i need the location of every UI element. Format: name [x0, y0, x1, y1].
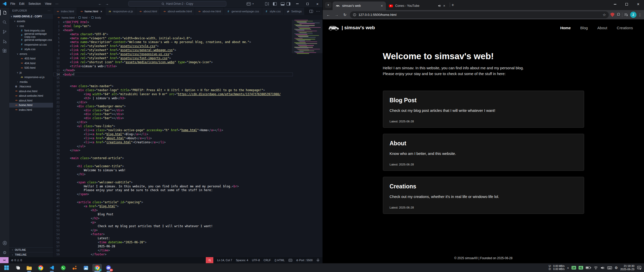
forward-icon[interactable]: → [333, 12, 340, 18]
code-line[interactable]: 7 <link rel="stylesheet" href="assets/cs… [53, 44, 293, 48]
explorer-item-general-webpage.css[interactable]: #general-webpage.css [9, 38, 53, 42]
explorer-item-responsive-ui.css[interactable]: #responsive-ui.css [9, 42, 53, 47]
tab-audio-icon[interactable] [438, 4, 441, 7]
code-line[interactable]: 21 </div> [53, 100, 293, 105]
code-line[interactable]: 49 Blog Post [53, 213, 293, 217]
explorer-item-about-me.html[interactable]: <>about-me.html [9, 89, 53, 94]
code-line[interactable]: 5 <meta name="viewport" content="width=d… [53, 37, 293, 41]
live-server-port[interactable]: ⊘ Port : 5500 [296, 259, 313, 262]
minimap-viewport[interactable] [292, 20, 323, 53]
explorer-item-.htaccess[interactable]: ⚙.htaccess [9, 84, 53, 89]
code-line[interactable]: 23 <div class="bar"></div> [53, 109, 293, 113]
editor-tab-general-webpage.css[interactable]: #general-webpage.css [224, 8, 262, 15]
site-nav-home[interactable]: Home [560, 26, 571, 30]
explorer-item-index.html[interactable]: <>index.html [9, 108, 53, 112]
editor-tab-responsive-ui.js[interactable]: JSresponsive-ui.js [105, 8, 136, 15]
settings-gear-icon[interactable]: ⚙ [2, 250, 8, 256]
chrome-button[interactable] [36, 264, 45, 272]
explorer-item-style.css[interactable]: #style.css [9, 47, 53, 52]
temp-badge-2[interactable]: 41 [579, 266, 583, 269]
menu-selection[interactable]: Selection [26, 1, 43, 6]
language-mode[interactable]: {} HTML [275, 259, 285, 262]
account-icon[interactable] [2, 240, 8, 246]
eol-sequence[interactable]: CRLF [264, 259, 271, 262]
code-line[interactable]: 4 <meta charset="UTF-8"> [53, 32, 293, 37]
discord-button[interactable]: 9+ [104, 264, 113, 272]
tab-search-icon[interactable]: ▼ [325, 2, 332, 8]
extensions-icon[interactable] [2, 48, 8, 54]
command-center-search[interactable]: Hard-Drive-2 - Copy [128, 1, 226, 7]
card-blog-post[interactable]: Blog PostCheck out my blog post articles… [383, 91, 584, 128]
explorer-item-403.html[interactable]: <>403.html [9, 56, 53, 61]
wifi-icon[interactable] [594, 266, 598, 269]
code-line[interactable]: 46 <article class="article" id="spacing"… [53, 200, 293, 205]
code-line[interactable]: 38 Welcome to simsav's web! [53, 168, 293, 173]
tab-close-icon[interactable]: × [100, 10, 102, 13]
code-line[interactable]: 13</head> [53, 69, 293, 73]
start-button[interactable] [2, 264, 11, 272]
explorer-item-about.html[interactable]: <>about.html [9, 98, 53, 103]
code-line[interactable]: 26 </div> [53, 120, 293, 124]
explorer-item-404.html[interactable]: <>404.html [9, 61, 53, 66]
code-line[interactable]: 30 <li><a href="about.html">About</a></l… [53, 137, 293, 141]
notification-center-icon[interactable] [637, 265, 641, 270]
search-view-icon[interactable] [2, 19, 8, 25]
browser-maximize-button[interactable] [621, 0, 632, 9]
code-line[interactable]: 1<!DOCTYPE html> [53, 20, 293, 24]
code-line[interactable]: 15 [53, 76, 293, 80]
code-line[interactable]: 54 <footer> [53, 232, 293, 236]
code-line[interactable]: 47 <a href="blog.html"> [53, 205, 293, 209]
site-nav-creations[interactable]: Creations [617, 26, 633, 30]
editor-more-actions-icon[interactable]: ··· [316, 9, 320, 14]
code-line[interactable]: 45 [53, 196, 293, 200]
code-line[interactable]: 3<head> [53, 28, 293, 32]
code-line[interactable]: 6 <meta name="description" content="Welc… [53, 40, 293, 44]
code-line[interactable]: 11 <link rel="shortcut icon" href="asset… [53, 60, 293, 64]
code-line[interactable]: 14<body> [53, 73, 293, 77]
explorer-item-responsive-ui.js[interactable]: JSresponsive-ui.js [9, 75, 53, 80]
explorer-item-general-webpage-copy.css[interactable]: #general-webpage copy.css [9, 33, 53, 38]
code-line[interactable]: 39 </h1> [53, 173, 293, 177]
code-line[interactable]: 9 <link rel="stylesheet" href="assets/cs… [53, 52, 293, 56]
back-icon[interactable]: ← [325, 12, 332, 18]
toggle-sidebar-icon[interactable] [273, 2, 277, 6]
code-editor[interactable]: 1<!DOCTYPE html>2<html lang="en">3<head>… [53, 20, 323, 257]
volume-icon[interactable] [600, 266, 605, 270]
history-forward-icon[interactable]: → [105, 2, 109, 6]
code-line[interactable]: 42 Hello! I am simsav. In this website, … [53, 185, 293, 189]
code-line[interactable]: 20 <h3> | simsav's web</h3> [53, 96, 293, 100]
molecule-app-button[interactable] [70, 264, 79, 272]
tab-close-icon[interactable]: × [381, 4, 383, 8]
outline-section[interactable]: ›OUTLINE [9, 248, 53, 252]
editor-tab-about-website.html[interactable]: <>about-website.html [160, 8, 195, 15]
screencast-indicator[interactable] [206, 257, 213, 263]
battery-icon[interactable] [586, 266, 591, 269]
code-line[interactable]: 17 <nav class="main-navbar"> [53, 84, 293, 88]
encoding[interactable]: UTF-8 [252, 259, 260, 262]
explorer-item-media[interactable]: ›media [9, 80, 53, 84]
code-line[interactable]: 10 <link rel="stylesheet" href="assets/c… [53, 56, 293, 60]
code-line[interactable]: 36 [53, 160, 293, 164]
media-controls-icon[interactable] [624, 13, 628, 17]
split-editor-icon[interactable] [309, 10, 313, 13]
code-line[interactable]: 16 [53, 80, 293, 84]
source-control-icon[interactable] [2, 29, 8, 35]
address-bar[interactable]: 127.0.0.1:5500/home.html ☆ [350, 11, 609, 18]
site-nav-about[interactable]: About [597, 26, 607, 30]
explorer-more-actions-icon[interactable]: ··· [48, 9, 51, 12]
editor-tab-index.html[interactable]: <>index.html [53, 8, 77, 15]
photos-app-button[interactable] [81, 264, 91, 272]
whatsapp-button[interactable] [58, 264, 68, 272]
toggle-panel-icon[interactable] [281, 2, 285, 6]
toggle-secondary-sidebar-icon[interactable] [287, 2, 290, 6]
remote-indicator[interactable]: >< [0, 257, 9, 263]
tab-close-icon[interactable]: × [443, 4, 445, 8]
code-line[interactable]: 29 <li><a href="blog.html">Blog</a></li> [53, 132, 293, 137]
code-line[interactable]: 28 <li><a class="navlinks-active-page" a… [53, 128, 293, 132]
clock-widget[interactable]: 21:18:30 2025-06-29 [620, 264, 634, 271]
code-line[interactable]: 40 [53, 177, 293, 181]
site-logo[interactable]: | simsav's web [328, 24, 375, 31]
code-line[interactable]: 43 Please enjoy your stay and be sure to… [53, 188, 293, 192]
browser-menu-icon[interactable]: ⋮ [638, 13, 642, 17]
editor-tab-style.css[interactable]: #style.css [262, 8, 284, 15]
